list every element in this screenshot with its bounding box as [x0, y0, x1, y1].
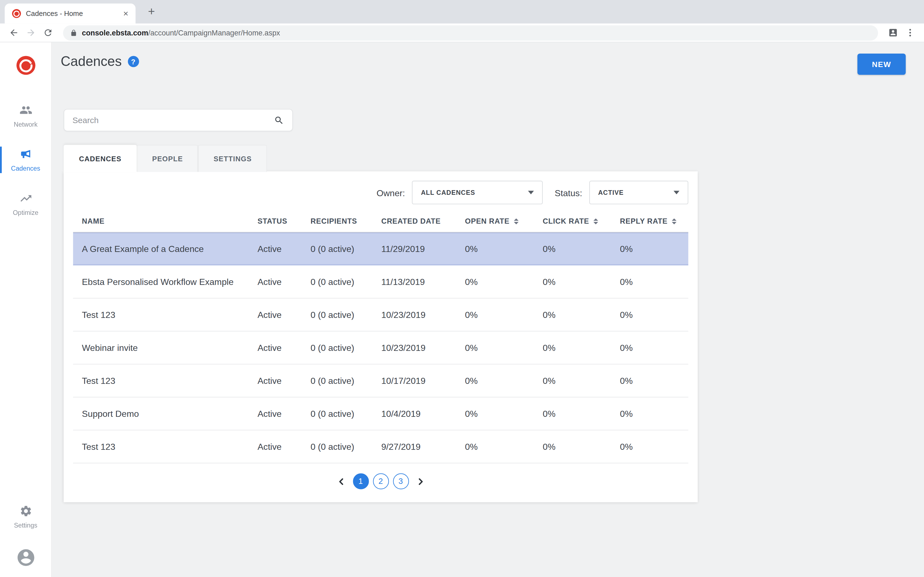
cell-click_rate: 0% — [543, 409, 620, 419]
cell-status: Active — [257, 244, 310, 254]
pagination-pages: 123 — [353, 474, 409, 489]
table-row[interactable]: A Great Example of a CadenceActive0 (0 a… — [73, 232, 688, 266]
trend-icon — [19, 192, 32, 206]
search-input[interactable] — [73, 115, 274, 125]
back-icon[interactable] — [6, 25, 22, 41]
column-header-recipients: RECIPIENTS — [310, 218, 381, 226]
profile-icon[interactable] — [885, 25, 901, 41]
sidebar-item-label: Network — [14, 121, 37, 128]
page-1[interactable]: 1 — [353, 474, 369, 489]
tab-cadences[interactable]: CADENCES — [63, 145, 137, 172]
column-header-created-date: CREATED DATE — [381, 218, 465, 226]
table-row[interactable]: Test 123Active0 (0 active)10/17/20190%0%… — [73, 364, 688, 397]
sidebar: NetworkCadencesOptimize Settings — [0, 42, 52, 577]
screen: Cadences - Home × + console.ebsta.com/ac… — [0, 0, 924, 577]
cell-recipients: 0 (0 active) — [310, 309, 381, 319]
sidebar-bottom: Settings — [0, 499, 51, 568]
cell-open_rate: 0% — [465, 343, 543, 353]
sort-icon — [514, 218, 519, 224]
main-content: Cadences ? NEW CADENCESPEOPLESETTINGS Ow… — [52, 42, 924, 577]
cell-name: Test 123 — [82, 309, 258, 319]
cell-reply_rate: 0% — [620, 277, 688, 287]
column-header-name: NAME — [82, 218, 258, 226]
sidebar-item-label: Settings — [14, 522, 37, 529]
search-icon[interactable] — [274, 115, 284, 125]
reload-icon[interactable] — [40, 25, 56, 41]
cell-open_rate: 0% — [465, 409, 543, 419]
sidebar-nav: NetworkCadencesOptimize — [0, 98, 51, 230]
browser-tab-bar: Cadences - Home × + — [0, 0, 924, 24]
cell-status: Active — [257, 277, 310, 287]
cadences-card: Owner: ALL CADENCES Status: ACTIVE NAMES… — [63, 171, 698, 502]
people-icon — [19, 103, 32, 118]
browser-tab-title: Cadences - Home — [26, 9, 116, 18]
cell-click_rate: 0% — [543, 376, 620, 385]
chevron-right-icon[interactable] — [415, 476, 426, 487]
content-tabs: CADENCESPEOPLESETTINGS — [63, 145, 267, 172]
cell-open_rate: 0% — [465, 376, 543, 385]
cell-reply_rate: 0% — [620, 409, 688, 419]
cell-open_rate: 0% — [465, 309, 543, 319]
help-icon[interactable]: ? — [128, 56, 139, 67]
ebsta-logo[interactable] — [16, 55, 36, 75]
table-body: A Great Example of a CadenceActive0 (0 a… — [73, 232, 688, 463]
browser-menu-icon[interactable] — [902, 25, 918, 41]
cell-open_rate: 0% — [465, 244, 543, 254]
chevron-left-icon[interactable] — [336, 476, 346, 487]
sidebar-item-cadences[interactable]: Cadences — [0, 142, 51, 178]
browser-tab[interactable]: Cadences - Home × — [5, 3, 136, 24]
sidebar-item-network[interactable]: Network — [0, 98, 51, 134]
sidebar-item-optimize[interactable]: Optimize — [0, 186, 51, 222]
sidebar-item-settings[interactable]: Settings — [0, 499, 51, 535]
page-header: Cadences ? — [61, 53, 139, 69]
cell-created_date: 10/23/2019 — [381, 343, 465, 353]
sidebar-item-label: Optimize — [13, 209, 39, 216]
cell-name: Ebsta Personalised Workflow Example — [82, 277, 258, 287]
address-bar[interactable]: console.ebsta.com/account/CampaignManage… — [63, 25, 878, 40]
tab-settings[interactable]: SETTINGS — [198, 145, 267, 172]
table-row[interactable]: Support DemoActive0 (0 active)10/4/20190… — [73, 397, 688, 430]
filters-row: Owner: ALL CADENCES Status: ACTIVE — [63, 171, 698, 210]
cell-open_rate: 0% — [465, 442, 543, 451]
column-header-click-rate[interactable]: CLICK RATE — [543, 218, 620, 226]
favicon — [12, 9, 21, 18]
cell-recipients: 0 (0 active) — [310, 442, 381, 451]
owner-dropdown[interactable]: ALL CADENCES — [412, 181, 543, 205]
cell-click_rate: 0% — [543, 277, 620, 287]
status-dropdown[interactable]: ACTIVE — [589, 181, 688, 205]
table-header: NAMESTATUSRECIPIENTSCREATED DATEOPEN RAT… — [73, 210, 688, 232]
new-tab-button[interactable]: + — [144, 4, 159, 19]
cell-click_rate: 0% — [543, 343, 620, 353]
cell-status: Active — [257, 376, 310, 385]
gear-icon — [19, 504, 32, 519]
column-header-open-rate[interactable]: OPEN RATE — [465, 218, 543, 226]
new-cadence-button[interactable]: NEW — [858, 53, 906, 75]
tab-people[interactable]: PEOPLE — [137, 145, 198, 172]
owner-dropdown-value: ALL CADENCES — [421, 189, 475, 196]
table-row[interactable]: Test 123Active0 (0 active)9/27/20190%0%0… — [73, 430, 688, 463]
cell-reply_rate: 0% — [620, 309, 688, 319]
table-row[interactable]: Ebsta Personalised Workflow ExampleActiv… — [73, 266, 688, 298]
close-icon[interactable]: × — [121, 8, 131, 18]
lock-icon — [70, 29, 77, 36]
column-header-reply-rate[interactable]: REPLY RATE — [620, 218, 688, 226]
status-label: Status: — [555, 188, 582, 198]
cell-status: Active — [257, 309, 310, 319]
cadences-table: NAMESTATUSRECIPIENTSCREATED DATEOPEN RAT… — [63, 210, 698, 463]
browser-toolbar: console.ebsta.com/account/CampaignManage… — [0, 24, 924, 43]
cell-click_rate: 0% — [543, 309, 620, 319]
url-text: console.ebsta.com/account/CampaignManage… — [82, 29, 280, 37]
cell-created_date: 9/27/2019 — [381, 442, 465, 451]
sort-icon — [593, 218, 598, 224]
page-title: Cadences — [61, 53, 122, 69]
avatar[interactable] — [16, 548, 36, 568]
page-3[interactable]: 3 — [393, 474, 409, 489]
forward-icon[interactable] — [23, 25, 39, 41]
cell-open_rate: 0% — [465, 277, 543, 287]
table-row[interactable]: Webinar inviteActive0 (0 active)10/23/20… — [73, 331, 688, 364]
cell-created_date: 10/23/2019 — [381, 309, 465, 319]
cell-recipients: 0 (0 active) — [310, 277, 381, 287]
table-row[interactable]: Test 123Active0 (0 active)10/23/20190%0%… — [73, 298, 688, 331]
search-box — [63, 109, 293, 131]
page-2[interactable]: 2 — [373, 474, 389, 489]
